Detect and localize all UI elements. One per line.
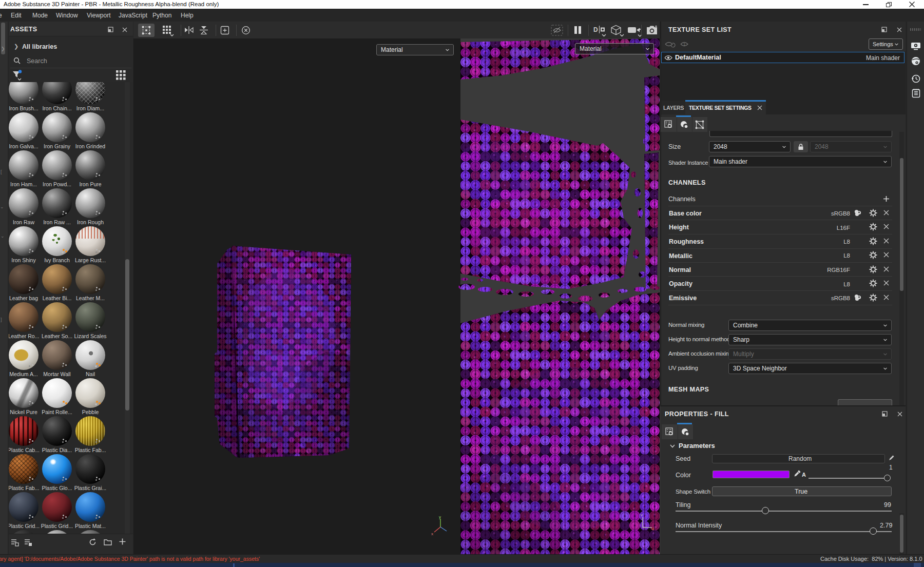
svg-text:1: 1 (683, 42, 686, 47)
svg-text:D: D (593, 26, 598, 33)
svg-text:x: x (431, 532, 433, 536)
svg-text:u: u (651, 526, 654, 531)
svg-text:y: y (439, 515, 441, 519)
svg-text:v: v (641, 513, 643, 517)
